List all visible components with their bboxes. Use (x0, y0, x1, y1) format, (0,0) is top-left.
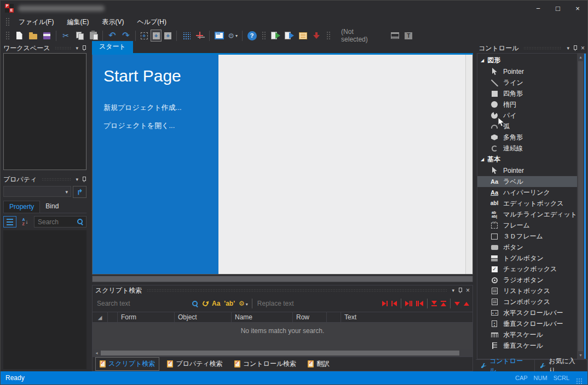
results-horizontal-scrollbar[interactable]: ◂ (93, 349, 472, 357)
cut-button[interactable]: ✂ (59, 29, 72, 42)
control-item-label[interactable]: Aaラベル (477, 176, 577, 187)
property-search-input[interactable] (37, 218, 77, 226)
tab-start[interactable]: スタート (92, 41, 133, 53)
move-down-button[interactable] (454, 302, 460, 306)
control-item-button[interactable]: ボタン (477, 242, 577, 253)
control-item-3d-frame[interactable]: ３Ｄフレーム (477, 231, 577, 242)
control-item-polygon[interactable]: 多角形 (477, 132, 577, 143)
categorize-button[interactable] (3, 216, 16, 228)
find-previous-button[interactable] (391, 301, 397, 306)
control-item-rectangle[interactable]: 四角形 (477, 88, 577, 99)
search-icon[interactable] (77, 218, 84, 225)
refresh-icon[interactable] (201, 300, 209, 307)
go-to-first-button[interactable] (441, 301, 446, 306)
panel-drag-handle[interactable] (55, 46, 71, 50)
search-options-button[interactable]: ⚙▾ (239, 300, 248, 307)
whole-word-toggle[interactable]: 'ab' (224, 300, 235, 307)
control-item-combobox[interactable]: コンボボックス (477, 296, 577, 307)
menubar-grip[interactable] (5, 18, 9, 26)
search-icon[interactable] (192, 300, 199, 307)
control-item-radio-button[interactable]: ラジオボタン (477, 275, 577, 285)
toolbar-grip[interactable] (5, 31, 9, 40)
help-button[interactable]: ? (245, 29, 258, 42)
run-button[interactable] (269, 29, 282, 42)
pin-icon[interactable] (573, 45, 578, 51)
controls-vertical-scrollbar[interactable]: ▴ ▾ (577, 54, 584, 359)
control-item-toggle-button[interactable]: トグルボタン (477, 253, 577, 264)
control-item-pointer[interactable]: Pointer (477, 165, 577, 176)
scroll-left-arrow-icon[interactable]: ◂ (93, 351, 101, 355)
import-button[interactable] (310, 29, 323, 42)
control-item-checkbox[interactable]: ✓チェックボックス (477, 264, 577, 275)
go-to-parent-button[interactable]: ↱ (73, 186, 87, 198)
text-tool-button[interactable]: T (402, 29, 415, 42)
close-icon[interactable]: × (466, 287, 470, 294)
redo-button[interactable]: ↷ (119, 29, 132, 42)
find-next-file-button[interactable] (405, 301, 412, 306)
properties-list[interactable] (3, 230, 87, 369)
scrollbar-thumb[interactable] (101, 351, 459, 355)
new-file-button[interactable] (13, 29, 26, 42)
preview-button[interactable] (283, 29, 296, 42)
control-item-hscale[interactable]: 水平スケール (477, 329, 577, 340)
control-item-vscrollbar[interactable]: ▴▾垂直スクロールバー (477, 318, 577, 329)
column-form[interactable]: Form (118, 312, 175, 322)
control-item-hscrollbar[interactable]: ◂▸水平スクロールバー (477, 307, 577, 318)
panel-drag-handle[interactable] (147, 289, 447, 292)
show-grid-button[interactable] (180, 29, 193, 42)
pin-icon[interactable] (82, 45, 87, 51)
tab-script-search[interactable]: スクリプト検索 (95, 357, 159, 371)
expand-all-header[interactable]: ◢ (93, 312, 108, 322)
save-button[interactable] (40, 29, 53, 42)
settings-button[interactable]: ⚙▾ (226, 29, 239, 42)
close-button[interactable]: × (568, 1, 587, 16)
toolbar-grip[interactable] (262, 31, 266, 40)
form-settings-button[interactable] (212, 29, 226, 42)
go-to-last-button[interactable] (431, 301, 437, 306)
control-item-pie[interactable]: パイ (477, 110, 577, 121)
workspace-tree[interactable] (3, 53, 87, 170)
control-item-frame[interactable]: フレーム (477, 220, 577, 231)
control-item-vscale[interactable]: 垂直スケール (477, 340, 577, 351)
new-project-link[interactable]: 新規プロジェクト作成... (103, 103, 218, 113)
panel-menu-icon[interactable]: ▾ (452, 288, 454, 293)
minimize-button[interactable]: − (528, 1, 548, 16)
column-text[interactable]: Text (341, 312, 472, 322)
open-project-link[interactable]: プロジェクトを開く... (103, 121, 218, 131)
tab-property[interactable]: Property (3, 201, 40, 213)
find-next-button[interactable] (382, 301, 388, 306)
control-item-editbox[interactable]: ablエディットボックス (477, 198, 577, 209)
section-basic[interactable]: ◢基本 (477, 154, 577, 165)
undo-button[interactable]: ↶ (106, 29, 119, 42)
control-item-listbox[interactable]: リストボックス (477, 285, 577, 296)
snap-mode-button-2[interactable]: + (151, 30, 162, 42)
move-up-button[interactable] (464, 302, 469, 306)
tab-favorites[interactable]: お気に入り (535, 360, 587, 371)
maximize-button[interactable]: □ (548, 1, 568, 16)
find-previous-file-button[interactable] (416, 301, 423, 306)
tab-bind[interactable]: Bind (40, 201, 64, 213)
document-horizontal-scrollbar[interactable] (92, 276, 473, 282)
menu-view[interactable]: 表示(V) (95, 16, 130, 28)
control-item-polyline[interactable]: 連続線 (477, 143, 577, 154)
snap-mode-button-1[interactable]: + (139, 30, 150, 42)
panel-menu-icon[interactable]: ▾ (76, 46, 78, 51)
copy-button[interactable] (73, 29, 86, 42)
column-object[interactable]: Object (175, 312, 232, 322)
list-button[interactable] (296, 29, 309, 42)
close-icon[interactable]: × (581, 45, 585, 51)
column-row[interactable]: Row (293, 312, 327, 322)
control-item-multiline-editbox[interactable]: abab|マルチラインエディットボックス (477, 209, 577, 220)
control-item-hyperlink[interactable]: Aaハイパーリンク (477, 187, 577, 198)
panel-drag-handle[interactable] (42, 178, 71, 181)
panel-menu-icon[interactable]: ▾ (567, 46, 569, 51)
replace-input[interactable] (256, 299, 378, 308)
resize-grip[interactable] (576, 378, 583, 384)
match-case-toggle[interactable]: Aa (212, 300, 220, 307)
paste-button[interactable] (87, 29, 100, 42)
document-vertical-scrollbar[interactable] (465, 55, 472, 274)
column-name[interactable]: Name (232, 312, 293, 322)
tab-property-search[interactable]: プロパティ検索 (163, 358, 226, 370)
control-item-ellipse[interactable]: 楕円 (477, 99, 577, 110)
snap-to-grid-button[interactable] (193, 29, 206, 42)
